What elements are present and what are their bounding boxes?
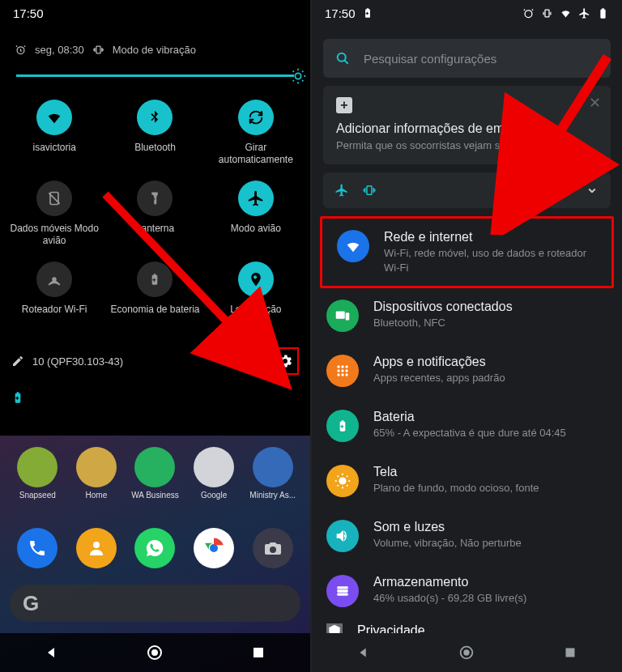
rotate-icon [238,100,274,135]
qs-tile-plane[interactable]: Modo avião [208,181,304,255]
emergency-subtitle: Permita que os socorristas vejam suas in… [336,139,598,151]
svg-rect-13 [545,10,549,17]
battery-status-icon [597,7,609,19]
svg-rect-17 [346,313,350,320]
qs-tile-battery[interactable]: Economia de bateria [107,262,202,336]
home-app[interactable]: WA Business [129,447,181,500]
vibrate-label: Modo de vibração [113,44,196,56]
nav-recent-icon[interactable] [249,643,268,662]
settings-item-storage[interactable]: Armazenamento 46% usado(s) - 69,28 GB li… [312,564,622,619]
nav-recent-icon[interactable] [561,644,579,661]
battery-icon [137,262,173,297]
svg-point-7 [210,544,218,552]
home-app[interactable]: Google [188,447,240,500]
chrome-app-icon[interactable] [194,528,234,568]
whatsapp-app-icon[interactable] [134,528,175,568]
settings-item-apps[interactable]: Apps e notificações Apps recentes, apps … [312,343,622,398]
brightness-icon[interactable] [289,67,307,85]
settings-item-subtitle: 65% - A expectativa é que dure até 04:45 [373,426,566,440]
qs-tile-torch[interactable]: Lanterna [107,181,202,255]
svg-point-18 [337,365,339,368]
qs-tile-bluetooth[interactable]: Bluetooth [107,100,202,174]
emergency-title: Adicionar informações de emergência [336,121,598,136]
home-app[interactable]: Ministry As... [247,447,299,500]
gear-icon [277,353,293,369]
svg-point-12 [525,10,532,17]
svg-rect-29 [337,589,347,592]
svg-rect-33 [566,649,575,657]
svg-point-24 [337,373,339,376]
qs-tile-wifi[interactable]: isavictoria [6,100,102,174]
settings-item-title: Apps e notificações [373,355,505,369]
home-app-label: Snapseed [19,491,56,500]
nav-back-icon[interactable] [355,644,373,661]
camera-app-icon[interactable] [253,528,293,568]
settings-item-subtitle: Volume, vibração, Não perturbe [373,536,522,551]
settings-item-battery[interactable]: Bateria 65% - A expectativa é que dure a… [312,398,622,453]
close-icon[interactable]: ✕ [589,94,601,112]
phone-settings: 17:50 Pesquisar configurações ✕ + Adicio… [310,0,622,672]
qs-tile-rotate[interactable]: Girar automaticamente [208,100,304,174]
status-icons [522,7,609,19]
battery-saver-status-icon [362,7,373,19]
qs-tile-hotspot[interactable]: Roteador Wi-Fi [6,262,102,336]
nav-home-icon[interactable] [458,644,475,661]
settings-item-wifi[interactable]: Rede e internet Wi-Fi, rede móvel, uso d… [322,219,611,286]
home-app-label: Google [201,491,227,500]
phone-quick-settings: 17:50 seg, 08:30 Modo de vibração isavic… [0,0,310,672]
brightness-icon [326,465,359,497]
torch-icon [137,181,173,216]
notification-batterysave[interactable] [5,386,305,412]
svg-point-19 [341,365,343,368]
chevron-down-icon [585,183,599,198]
search-icon [334,50,351,66]
nav-bar-left [0,633,310,672]
settings-item-title: Tela [373,465,539,479]
svg-point-27 [339,478,345,483]
phone-app-icon[interactable] [17,528,58,568]
settings-item-subtitle: Bluetooth, NFC [373,316,513,330]
settings-search[interactable]: Pesquisar configurações [323,39,611,78]
conditions-ribbon[interactable] [323,172,611,208]
settings-list: Rede e internet Wi-Fi, rede móvel, uso d… [312,216,622,619]
nav-back-icon[interactable] [42,643,62,662]
qs-tile-label: Economia de bateria [109,304,201,316]
qs-tile-label: Dados móveis Modo avião [6,223,102,247]
svg-rect-1 [96,46,100,53]
edit-icon[interactable] [11,355,24,368]
settings-item-title: Dispositivos conectados [373,300,513,314]
nav-home-icon[interactable] [145,643,164,662]
svg-point-14 [338,53,346,62]
home-app[interactable]: Home [70,447,122,500]
svg-point-22 [341,369,343,372]
svg-point-25 [341,373,343,376]
settings-item-title: Rede e internet [384,230,594,245]
settings-item-volume[interactable]: Som e luzes Volume, vibração, Não pertur… [312,508,622,564]
emergency-card[interactable]: ✕ + Adicionar informações de emergência … [323,86,611,164]
settings-item-devices[interactable]: Dispositivos conectados Bluetooth, NFC [312,288,622,343]
svg-point-26 [345,373,347,376]
settings-item-subtitle: 46% usado(s) - 69,28 GB livre(s) [373,591,526,606]
qs-tile-label: isavictoria [31,142,77,154]
nosim-icon [36,181,72,216]
settings-item-subtitle: Apps recentes, apps padrão [373,371,505,385]
qs-tile-pin[interactable]: Localização [208,262,304,336]
svg-point-4 [53,278,56,281]
brightness-slider[interactable] [0,67,310,85]
home-app[interactable]: Snapseed [11,447,63,500]
qs-tile-nosim[interactable]: Dados móveis Modo avião [6,181,102,255]
settings-item-brightness[interactable]: Tela Plano de fundo, modo ocioso, fonte [312,453,622,508]
settings-button[interactable] [271,347,299,375]
qs-footer: 10 (QPF30.103-43) [0,339,310,383]
svg-rect-16 [336,312,345,319]
google-search-bar[interactable]: G [10,585,300,622]
qs-tile-label: Localização [228,304,283,316]
search-placeholder: Pesquisar configurações [364,52,496,66]
contacts-app-icon[interactable] [76,528,117,568]
home-apps-row1: SnapseedHomeWA BusinessGoogleMinistry As… [0,447,310,500]
page-dots [245,359,255,363]
settings-item-title: Armazenamento [373,575,526,589]
highlighted-item: Rede e internet Wi-Fi, rede móvel, uso d… [320,216,614,288]
svg-point-21 [337,369,339,372]
settings-item-subtitle: Wi-Fi, rede móvel, uso de dados e rotead… [384,246,594,274]
